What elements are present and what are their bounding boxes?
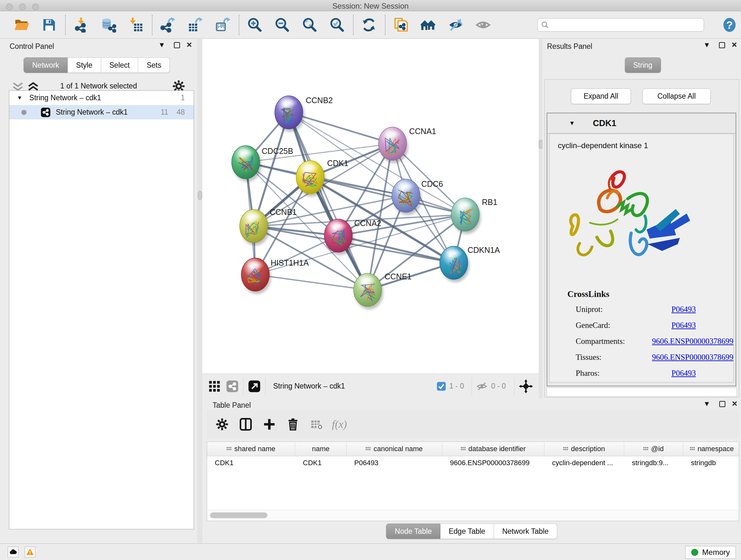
crosslink-link[interactable]: 9606.ENSP00000378699 — [652, 353, 733, 362]
horizontal-scrollbar[interactable] — [207, 510, 738, 520]
network-node-count: 11 — [161, 108, 169, 117]
panel-menu-icon[interactable]: ▼ — [157, 41, 166, 49]
tab-node-table[interactable]: Node Table — [386, 523, 441, 539]
crosslink-link[interactable]: P06493 — [671, 321, 696, 330]
search-input[interactable] — [537, 18, 704, 32]
panel-menu-icon[interactable]: ▼ — [702, 41, 712, 49]
column-header-shared-name[interactable]: shared name — [207, 442, 295, 456]
network-edge[interactable] — [255, 274, 367, 290]
network-node-CDKN1A[interactable]: CDKN1A — [440, 246, 500, 282]
panel-close-icon[interactable]: ✕ — [185, 41, 194, 49]
delete-column-icon[interactable] — [285, 416, 301, 433]
refresh-icon[interactable] — [361, 17, 377, 33]
right-splitter[interactable] — [539, 39, 542, 398]
tab-edge-table[interactable]: Edge Table — [441, 523, 494, 539]
left-splitter[interactable] — [197, 39, 202, 543]
chevron-down-icon[interactable]: ▼ — [569, 120, 575, 127]
import-table-icon[interactable] — [128, 17, 144, 33]
column-header-database-identifier[interactable]: database identifier — [442, 442, 544, 456]
export-table-icon[interactable] — [188, 17, 203, 33]
scrollbar-thumb[interactable] — [210, 512, 267, 518]
network-edge[interactable] — [338, 236, 454, 263]
network-row[interactable]: String Network – cdk1 11 48 — [9, 105, 194, 119]
table-cell[interactable]: stringdb:9... — [624, 459, 683, 467]
tab-sets[interactable]: Sets — [138, 57, 170, 73]
expand-all-button[interactable]: Expand All — [571, 88, 631, 104]
birdseye-view-icon[interactable] — [519, 379, 533, 393]
panel-float-icon[interactable] — [719, 42, 725, 50]
column-header-description[interactable]: description — [544, 442, 624, 456]
table-row[interactable]: CDK1CDK1P064939606.ENSP00000378699cyclin… — [207, 456, 739, 470]
network-tree: ▼ String Network – cdk1 1 String Network… — [9, 90, 194, 530]
selected-count: 1 - 0 — [449, 382, 464, 390]
node-label: CDC6 — [421, 179, 443, 188]
export-network-icon[interactable] — [160, 17, 176, 33]
houses-icon[interactable] — [421, 17, 436, 33]
network-node-CCNA2[interactable]: CCNA2 — [324, 219, 381, 255]
network-canvas[interactable]: CCNB2CCNA1CDC25BCDK1CDC6RB1CCNB1CCNA2CDK… — [202, 39, 539, 374]
column-header-namespace[interactable]: namespace — [683, 442, 739, 456]
network-edge-count: 48 — [177, 108, 185, 117]
crosslink-link[interactable]: 9606.ENSP00000378699 — [652, 337, 733, 346]
table-cell[interactable]: CDK1 — [207, 459, 295, 467]
network-view-icon[interactable] — [226, 380, 239, 393]
tab-select[interactable]: Select — [101, 57, 138, 73]
show-columns-icon[interactable] — [238, 416, 254, 433]
network-view-toolbar: String Network – cdk1 1 - 0 0 - 0 — [202, 374, 539, 398]
left-splitter-handle[interactable] — [198, 191, 202, 200]
table-toolbar: f(x) — [207, 410, 739, 438]
network-edge[interactable] — [289, 112, 393, 144]
column-header-@id[interactable]: @id — [624, 442, 683, 456]
panel-close-icon[interactable]: ✕ — [730, 41, 739, 49]
eye-slash-icon[interactable] — [448, 17, 463, 33]
protein-section-header[interactable]: ▼ CDK1 — [547, 113, 736, 133]
network-collection-row[interactable]: ▼ String Network – cdk1 1 — [9, 91, 194, 105]
grid-view-icon[interactable] — [208, 380, 221, 393]
detach-view-icon[interactable] — [248, 380, 261, 393]
memory-button[interactable]: Memory — [685, 546, 736, 559]
import-network-icon[interactable] — [73, 17, 89, 33]
network-node-CCNB2[interactable]: CCNB2 — [275, 96, 333, 132]
table-cell[interactable]: P06493 — [347, 459, 442, 467]
import-database-icon[interactable] — [101, 17, 116, 33]
zoom-fit-icon[interactable] — [302, 17, 317, 33]
tab-string[interactable]: String — [625, 57, 661, 73]
table-cell[interactable]: CDK1 — [295, 459, 347, 467]
crosslink-link[interactable]: P06493 — [671, 305, 696, 314]
node-label: CCNE1 — [385, 272, 412, 281]
table-cell[interactable]: stringdb — [683, 459, 739, 467]
table-cell[interactable]: cyclin-dependent ... — [544, 459, 624, 467]
toolbar-separator — [152, 15, 152, 35]
zoom-in-icon[interactable] — [247, 17, 262, 33]
protein-structure-image — [559, 157, 696, 282]
eye-icon — [475, 17, 491, 33]
zoom-selected-icon[interactable] — [329, 17, 345, 33]
function-builder-icon: f(x) — [332, 416, 347, 433]
tab-network-table[interactable]: Network Table — [494, 523, 557, 539]
network-node-CDK1[interactable]: CDK1 — [296, 159, 348, 197]
warning-icon[interactable] — [24, 547, 36, 557]
save-icon[interactable] — [42, 17, 57, 33]
panel-float-icon[interactable] — [174, 42, 180, 50]
table-cell[interactable]: 9606.ENSP00000378699 — [442, 459, 544, 467]
panel-close-icon[interactable]: ✕ — [730, 400, 739, 408]
network-node-RB1[interactable]: RB1 — [451, 198, 497, 234]
crosslink-link[interactable]: P06493 — [671, 369, 696, 378]
tab-style[interactable]: Style — [68, 57, 101, 73]
create-column-icon[interactable] — [261, 416, 278, 433]
collapse-all-button[interactable]: Collapse All — [643, 88, 711, 104]
help-icon[interactable]: ? — [722, 17, 737, 33]
column-header-name[interactable]: name — [295, 442, 347, 456]
export-image-icon[interactable] — [215, 17, 230, 33]
collection-expand-icon[interactable]: ▼ — [17, 95, 22, 101]
column-header-canonical-name[interactable]: canonical name — [347, 442, 442, 456]
tab-network[interactable]: Network — [23, 57, 68, 73]
panel-menu-icon[interactable]: ▼ — [702, 400, 712, 408]
folder-open-icon[interactable] — [14, 17, 29, 33]
document-share-icon[interactable] — [393, 17, 408, 33]
zoom-out-icon[interactable] — [274, 17, 290, 33]
table-gear-icon[interactable] — [214, 416, 230, 433]
network-node-HIST1H1A[interactable]: HIST1H1A — [241, 258, 309, 294]
cloud-icon[interactable] — [8, 547, 18, 557]
panel-float-icon[interactable] — [719, 401, 725, 408]
